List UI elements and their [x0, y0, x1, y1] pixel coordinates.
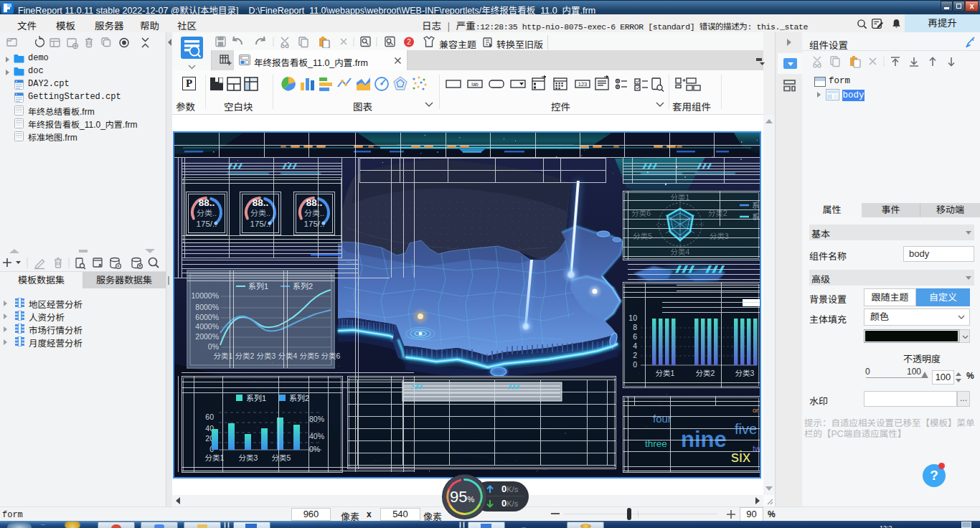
svg-text:分类3: 分类3: [735, 369, 755, 377]
svg-text:分类6: 分类6: [631, 209, 651, 217]
svg-text:分类..: 分类..: [250, 209, 270, 217]
svg-text:分类1: 分类1: [656, 369, 675, 377]
svg-text:分类3: 分类3: [257, 352, 276, 360]
svg-text:lab: lab: [471, 82, 478, 87]
svg-text:five: five: [735, 421, 757, 437]
svg-text:88..: 88..: [253, 197, 269, 208]
svg-text:2000%: 2000%: [195, 332, 219, 341]
svg-text:分类2: 分类2: [235, 352, 255, 360]
svg-text:4000%: 4000%: [195, 322, 219, 331]
svg-text:four: four: [653, 412, 672, 425]
svg-text:88..: 88..: [199, 197, 215, 208]
svg-text:系列1: 系列1: [248, 282, 268, 291]
svg-text:分类..: 分类..: [304, 209, 324, 217]
svg-text:10: 10: [628, 314, 637, 322]
svg-text:4: 4: [633, 341, 637, 350]
svg-text:six: six: [731, 448, 750, 466]
svg-text:80%: 80%: [309, 415, 324, 423]
svg-text:0%: 0%: [309, 445, 320, 453]
svg-text:8: 8: [633, 323, 637, 331]
svg-text:6000%: 6000%: [195, 313, 219, 321]
svg-text:8000%: 8000%: [195, 303, 219, 311]
svg-text:123: 123: [578, 81, 588, 88]
svg-text:系列1: 系列1: [246, 394, 266, 402]
svg-text:0: 0: [633, 360, 637, 369]
svg-text:分类5: 分类5: [633, 232, 652, 240]
svg-text:6: 6: [633, 332, 637, 341]
svg-text:分类2: 分类2: [708, 209, 727, 217]
svg-text:2: 2: [407, 38, 411, 46]
svg-text:or: or: [753, 407, 758, 414]
svg-text:2: 2: [633, 351, 637, 359]
svg-text:分类4: 分类4: [278, 352, 298, 360]
svg-text:分类4: 分类4: [671, 248, 690, 256]
svg-text:分类1: 分类1: [214, 352, 233, 360]
svg-text:分类1: 分类1: [205, 453, 225, 462]
svg-text:0%: 0%: [208, 342, 219, 351]
svg-text:分类6: 分类6: [321, 352, 341, 360]
svg-text:175/..: 175/..: [250, 220, 271, 228]
svg-text:分类..: 分类..: [197, 209, 217, 217]
svg-text:88..: 88..: [306, 197, 323, 208]
svg-text:系列2: 系列2: [293, 282, 313, 291]
svg-text:分类5: 分类5: [272, 453, 291, 462]
svg-text:10000%: 10000%: [191, 291, 219, 300]
svg-text:分类2: 分类2: [696, 369, 715, 377]
svg-text:分类3: 分类3: [239, 453, 258, 462]
svg-text:分类5: 分类5: [300, 352, 319, 360]
svg-text:分类3: 分类3: [710, 232, 729, 240]
svg-text:系列2: 系列2: [289, 394, 309, 402]
svg-text:175/..: 175/..: [304, 220, 325, 228]
svg-text:60: 60: [205, 412, 214, 421]
svg-text:40%: 40%: [309, 432, 324, 440]
svg-text:175/..: 175/..: [197, 220, 217, 228]
